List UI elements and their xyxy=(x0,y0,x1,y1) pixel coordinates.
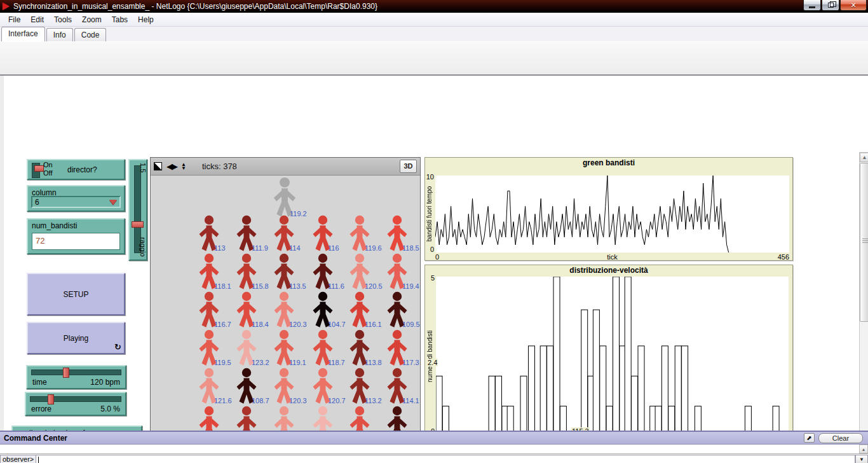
person-tempo-label: 119.4 xyxy=(402,282,419,290)
forever-icon: ↻ xyxy=(114,342,121,352)
command-center: Command Center ⬈ Clear ▲ observer> ▼ xyxy=(0,431,868,463)
playing-button[interactable]: Playing ↻ xyxy=(27,322,125,354)
scroll-up-icon[interactable]: ▲ xyxy=(860,153,868,162)
person-tempo-label: 118.5 xyxy=(402,244,419,252)
text-caret xyxy=(38,457,39,463)
person-tempo-label: 113.2 xyxy=(365,397,382,404)
command-output[interactable]: ▲ xyxy=(0,445,868,454)
time-slider[interactable]: time 120 bpm xyxy=(26,365,126,389)
world-canvas[interactable]: 119.2113111.9114116119.6118.5118.1115.81… xyxy=(151,176,420,463)
switch-name: director? xyxy=(67,165,97,174)
plot-green-bandisti: green bandisti bandisti fuori tempo 10 0… xyxy=(424,157,793,261)
person-tempo-label: 113.5 xyxy=(289,282,306,290)
time-value: 120 bpm xyxy=(90,378,120,387)
menu-item-tools[interactable]: Tools xyxy=(50,14,76,25)
menu-bar: FileEditToolsZoomTabsHelp xyxy=(0,13,868,27)
errore-label: errore xyxy=(31,404,51,413)
histogram-bar xyxy=(661,346,668,436)
raggio-value: 1.5 xyxy=(139,163,147,172)
menu-item-tabs[interactable]: Tabs xyxy=(107,14,132,25)
errore-slider[interactable]: errore 5.0 % xyxy=(25,392,126,416)
3d-button[interactable]: 3D xyxy=(400,160,417,173)
ticks-counter: ticks: 378 xyxy=(202,162,237,171)
histogram-bar xyxy=(581,310,588,436)
tab-interface[interactable]: Interface xyxy=(1,27,45,41)
scrollbar-thumb[interactable] xyxy=(860,163,868,322)
vertical-scrollbar[interactable]: ▲ ▼ xyxy=(859,152,868,463)
menu-item-zoom[interactable]: Zoom xyxy=(78,14,106,25)
histogram-bar xyxy=(553,277,560,436)
title-bar: Synchronization_in_musical_ensamble_ - N… xyxy=(0,0,868,13)
close-icon: ✕ xyxy=(850,1,856,10)
setup-label: SETUP xyxy=(63,290,88,299)
chooser-value-box[interactable]: 6 xyxy=(31,196,121,208)
world-view: ◀▶ ▲▼ ticks: 378 3D 119.2113111.91141161… xyxy=(150,157,421,463)
slider-channel[interactable] xyxy=(31,370,121,375)
person-tempo-label: 121.6 xyxy=(214,397,232,404)
slider-knob[interactable] xyxy=(63,368,69,378)
plot-title: green bandisti xyxy=(425,158,792,167)
person-tempo-label: 116.7 xyxy=(214,321,231,328)
histogram-bar xyxy=(436,376,442,436)
person-tempo-label: 113 xyxy=(214,244,226,252)
close-button[interactable]: ✕ xyxy=(840,0,867,11)
histogram-bar xyxy=(613,277,620,436)
switch-knob[interactable] xyxy=(34,165,44,172)
menu-item-file[interactable]: File xyxy=(4,14,25,25)
thumb-grip xyxy=(862,238,868,239)
slider-knob[interactable] xyxy=(132,221,144,228)
setup-button[interactable]: SETUP xyxy=(27,273,125,315)
time-label: time xyxy=(32,378,47,387)
y-tick-max: 10 xyxy=(426,173,434,181)
switch-track[interactable] xyxy=(32,163,40,178)
tab-code[interactable]: Code xyxy=(74,28,107,41)
resize-horizontal-icon[interactable]: ◀▶ xyxy=(166,162,177,170)
restore-button[interactable] xyxy=(822,0,839,11)
resize-vertical-icon[interactable]: ▲▼ xyxy=(181,163,186,170)
clear-button[interactable]: Clear xyxy=(818,433,863,443)
restore-icon xyxy=(828,3,834,8)
histogram-bar xyxy=(600,346,606,436)
slider-channel[interactable] xyxy=(30,396,121,402)
switch-on-label: On xyxy=(43,161,53,169)
plot-area xyxy=(436,277,789,436)
resize-diagonal-icon[interactable] xyxy=(154,162,162,170)
person-tempo-label: 113.8 xyxy=(365,359,382,366)
person-tempo-label: 120.5 xyxy=(365,282,383,290)
annotation-y: 2.4 xyxy=(427,359,438,366)
command-center-title: Command Center xyxy=(4,434,67,443)
histogram-bar xyxy=(682,346,688,436)
command-input[interactable] xyxy=(36,455,855,463)
person-tempo-label: 115.8 xyxy=(252,282,269,290)
minimize-button[interactable] xyxy=(803,0,821,11)
histogram-bar xyxy=(638,346,644,436)
person-tempo-label: 118.4 xyxy=(252,321,269,328)
tab-info[interactable]: Info xyxy=(46,28,73,41)
column-chooser[interactable]: column 6 xyxy=(27,185,125,212)
person-tempo-label: 119.6 xyxy=(365,244,382,252)
num-bandisti-input-widget[interactable]: num_bandisti 72 xyxy=(27,218,125,254)
person-tempo-label: 116.1 xyxy=(365,321,382,328)
director-switch[interactable]: On Off director? xyxy=(27,159,125,180)
y-axis-label: numero di bandisti xyxy=(426,277,433,436)
person-tempo-label: 114.1 xyxy=(402,397,419,404)
chooser-value: 6 xyxy=(35,198,39,207)
world-view-header: ◀▶ ▲▼ ticks: 378 3D xyxy=(151,158,420,176)
history-dropdown-icon[interactable]: ▼ xyxy=(855,455,868,463)
num-bandisti-field[interactable]: 72 xyxy=(32,233,120,250)
menu-item-edit[interactable]: Edit xyxy=(26,14,48,25)
raggio-slider[interactable]: 1.5 raggio xyxy=(128,159,147,261)
person-tempo-label: 114 xyxy=(289,244,301,252)
expand-icon[interactable]: ⬈ xyxy=(804,433,815,443)
histogram-bar xyxy=(496,376,502,436)
histogram-bar xyxy=(540,346,546,436)
interface-canvas: On Off director? 1.5 raggio column 6 num… xyxy=(0,76,868,431)
y-tick-max: 5 xyxy=(426,274,435,282)
y-tick-min: 0 xyxy=(426,245,434,253)
y-axis-label: bandisti fuori tempo xyxy=(426,176,433,252)
tab-bar: InterfaceInfoCode xyxy=(0,27,868,41)
histogram-bar xyxy=(520,376,527,436)
scroll-up-icon[interactable]: ▲ xyxy=(859,445,868,453)
menu-item-help[interactable]: Help xyxy=(133,14,158,25)
slider-knob[interactable] xyxy=(48,394,54,404)
